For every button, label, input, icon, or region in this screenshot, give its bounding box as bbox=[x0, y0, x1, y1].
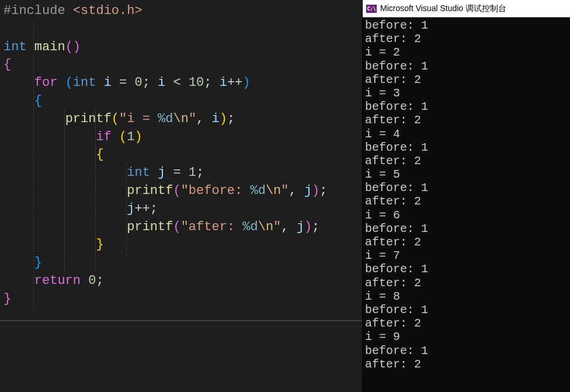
var-i: i bbox=[104, 75, 112, 90]
op-lt: < bbox=[173, 75, 180, 90]
string-literal: "after: bbox=[181, 220, 243, 234]
console-line: after: 2 bbox=[365, 358, 568, 371]
comma: , bbox=[289, 183, 297, 198]
code-editor[interactable]: #include <stdio.h> int main() { for (int… bbox=[0, 0, 362, 392]
comma: , bbox=[281, 220, 289, 234]
code-line[interactable]: if (1) bbox=[4, 129, 362, 147]
code-line[interactable]: for (int i = 0; i < 10; i++) bbox=[4, 74, 362, 92]
app-container: #include <stdio.h> int main() { for (int… bbox=[0, 0, 570, 392]
code-line[interactable]: { bbox=[4, 92, 362, 110]
console-line: after: 2 bbox=[365, 154, 568, 168]
code-line[interactable]: { bbox=[4, 146, 362, 164]
op-inc: ++ bbox=[227, 75, 242, 90]
lparen: ( bbox=[119, 130, 127, 144]
num-0: 0 bbox=[134, 75, 142, 90]
lparen: ( bbox=[65, 40, 73, 54]
semicolon: ; bbox=[227, 112, 235, 126]
console-line: before: 1 bbox=[365, 262, 568, 276]
console-line: before: 1 bbox=[365, 222, 568, 235]
code-line[interactable]: return 0; bbox=[4, 272, 362, 290]
var-i: i bbox=[158, 75, 165, 90]
semicolon: ; bbox=[196, 165, 204, 180]
rparen: ) bbox=[134, 130, 142, 144]
code-line[interactable]: int main() bbox=[4, 39, 362, 57]
escape: \n bbox=[266, 183, 281, 198]
rparen: ) bbox=[220, 112, 227, 126]
console-line: i = 5 bbox=[365, 168, 568, 181]
semicolon: ; bbox=[204, 75, 211, 90]
escape: \n bbox=[258, 220, 273, 234]
code-line[interactable]: j++; bbox=[4, 200, 362, 218]
semicolon: ; bbox=[96, 273, 103, 288]
console-line: before: 1 bbox=[365, 181, 568, 195]
format-spec: %d bbox=[250, 183, 265, 198]
op-assign: = bbox=[119, 75, 127, 90]
format-spec: %d bbox=[158, 112, 173, 126]
escape: \n bbox=[173, 112, 188, 126]
console-line: after: 2 bbox=[365, 113, 568, 127]
console-line: before: 1 bbox=[365, 100, 568, 113]
console-line: after: 2 bbox=[365, 317, 568, 330]
code-line[interactable]: printf("after: %d\n", j); bbox=[4, 218, 362, 237]
code-line[interactable]: } bbox=[4, 254, 362, 272]
rparen: ) bbox=[304, 220, 312, 234]
function-main: main bbox=[34, 40, 65, 54]
op-assign: = bbox=[173, 165, 180, 180]
num-1: 1 bbox=[189, 165, 196, 180]
code-line[interactable]: } bbox=[4, 236, 362, 254]
code-line[interactable]: { bbox=[4, 56, 362, 74]
keyword-int: int bbox=[73, 75, 96, 90]
console-line: after: 2 bbox=[365, 32, 568, 46]
lbrace: { bbox=[34, 93, 42, 108]
console-line: after: 2 bbox=[365, 195, 568, 208]
keyword-if: if bbox=[96, 130, 111, 144]
rparen: ) bbox=[312, 183, 319, 198]
console-line: before: 1 bbox=[365, 141, 568, 154]
var-j: j bbox=[127, 202, 134, 216]
keyword-int: int bbox=[127, 165, 150, 180]
fn-printf: printf bbox=[127, 183, 173, 198]
semicolon: ; bbox=[312, 220, 319, 234]
var-j: j bbox=[297, 220, 304, 234]
lparen: ( bbox=[65, 75, 73, 90]
console-line: i = 3 bbox=[365, 86, 568, 100]
console-line: after: 2 bbox=[365, 276, 568, 290]
console-title-bar[interactable]: C:\ Microsoft Visual Studio 调试控制台 bbox=[363, 0, 570, 18]
num-10: 10 bbox=[189, 75, 204, 90]
string-literal: "i = bbox=[119, 112, 158, 126]
keyword-int: int bbox=[4, 40, 27, 54]
rparen: ) bbox=[73, 40, 81, 54]
string-close: " bbox=[281, 183, 289, 198]
string-close: " bbox=[189, 112, 196, 126]
console-title-text: Microsoft Visual Studio 调试控制台 bbox=[380, 4, 506, 14]
fn-printf: printf bbox=[65, 112, 112, 126]
var-j: j bbox=[158, 165, 165, 180]
console-line: i = 8 bbox=[365, 290, 568, 303]
pane-separator bbox=[0, 320, 362, 321]
code-line[interactable] bbox=[4, 20, 362, 39]
code-line[interactable]: printf("i = %d\n", i); bbox=[4, 110, 362, 129]
keyword-for: for bbox=[34, 75, 58, 90]
rbrace: } bbox=[34, 255, 42, 270]
keyword-return: return bbox=[34, 273, 81, 288]
include-header: <stdio.h> bbox=[73, 4, 142, 18]
lbrace: { bbox=[96, 147, 103, 162]
code-line[interactable]: int j = 1; bbox=[4, 164, 362, 182]
console-output[interactable]: before: 1after: 2i = 2before: 1after: 2i… bbox=[363, 18, 570, 392]
rbrace: } bbox=[4, 292, 11, 306]
preprocessor: #include bbox=[4, 4, 65, 18]
fn-printf: printf bbox=[127, 220, 173, 234]
code-line[interactable]: printf("before: %d\n", j); bbox=[4, 182, 362, 200]
var-j: j bbox=[304, 183, 312, 198]
rbrace: } bbox=[96, 237, 103, 252]
semicolon: ; bbox=[319, 183, 327, 198]
console-line: i = 7 bbox=[365, 249, 568, 262]
code-line[interactable]: } bbox=[4, 290, 362, 308]
rparen: ) bbox=[242, 75, 250, 90]
lbrace: { bbox=[4, 57, 11, 72]
semicolon: ; bbox=[142, 75, 150, 90]
comma: , bbox=[196, 112, 204, 126]
console-line: before: 1 bbox=[365, 60, 568, 73]
code-line[interactable]: #include <stdio.h> bbox=[4, 2, 362, 20]
console-line: i = 9 bbox=[365, 330, 568, 344]
